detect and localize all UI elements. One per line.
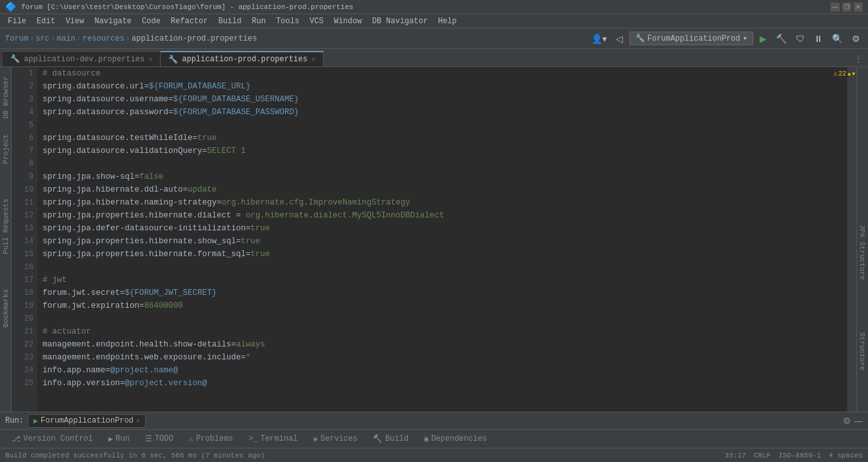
line-number-6: 6 — [15, 132, 34, 145]
menu-item-file[interactable]: File — [3, 15, 32, 27]
breadcrumb-file[interactable]: application-prod.properties — [132, 34, 257, 43]
bottom-bar-right: ⚙ — — [843, 416, 863, 426]
code-line-25[interactable]: info.app.version=@project.version@ — [43, 377, 842, 390]
line-number-10: 10 — [15, 183, 34, 196]
code-line-11[interactable]: spring.jpa.hibernate.naming-strategy=org… — [43, 196, 842, 209]
minimize-button[interactable]: — — [831, 3, 840, 12]
window-controls[interactable]: — ❐ ✕ — [831, 3, 863, 12]
settings-button[interactable]: ⚙ — [849, 32, 863, 45]
code-line-2[interactable]: spring.datasource.url=${FORUM_DATABASE_U… — [43, 80, 842, 93]
code-line-14[interactable]: spring.jpa.properties.hibernate.show_sql… — [43, 235, 842, 248]
code-line-15[interactable]: spring.jpa.properties.hibernate.format_s… — [43, 248, 842, 261]
code-line-10[interactable]: spring.jpa.hibernate.ddl-auto=update — [43, 183, 842, 196]
menu-bar: FileEditViewNavigateCodeRefactorBuildRun… — [0, 14, 868, 28]
code-line-9[interactable]: spring.jpa.show-sql=false — [43, 170, 842, 183]
project-panel[interactable]: Project — [1, 132, 11, 166]
menu-item-navigate[interactable]: Navigate — [89, 15, 137, 27]
menu-item-edit[interactable]: Edit — [32, 15, 61, 27]
menu-item-window[interactable]: Window — [329, 15, 367, 27]
menu-item-build[interactable]: Build — [213, 15, 246, 27]
code-line-1[interactable]: # datasource — [43, 67, 842, 80]
code-area[interactable]: # datasourcespring.datasource.url=${FORU… — [37, 67, 847, 412]
code-line-19[interactable]: forum.jwt.expiration=86400000 — [43, 299, 842, 312]
breadcrumb-resources[interactable]: resources — [83, 34, 124, 43]
menu-item-vcs[interactable]: VCS — [304, 15, 329, 27]
tab-dev-close[interactable]: ✕ — [148, 55, 152, 63]
line-number-17: 17 — [15, 274, 34, 286]
code-line-24[interactable]: info.app.name=@project.name@ — [43, 364, 842, 377]
pull-requests-panel[interactable]: Pull Requests — [1, 196, 11, 257]
line-number-8: 8 — [15, 157, 34, 170]
menu-item-run[interactable]: Run — [246, 15, 271, 27]
user-icon-button[interactable]: 👤▾ — [589, 32, 609, 45]
code-line-18[interactable]: forum.jwt.secret=${FORUM_JWT_SECRET} — [43, 286, 842, 299]
bottom-tab-problems[interactable]: ⚠Problems — [182, 432, 240, 446]
tab-more-button[interactable]: ⋮ — [851, 51, 865, 66]
code-line-13[interactable]: spring.jpa.defer-datasource-initializati… — [43, 222, 842, 235]
bottom-minimize-button[interactable]: — — [854, 416, 863, 426]
run-tab-close[interactable]: ✕ — [136, 417, 140, 425]
status-line-ending[interactable]: CRLF — [754, 452, 771, 459]
status-position[interactable]: 33:17 — [725, 452, 746, 459]
tab-dev-properties[interactable]: 🔧 application-dev.properties ✕ — [3, 51, 161, 66]
bottom-tab-icon-3: ⚠ — [189, 434, 193, 444]
line-number-19: 19 — [15, 299, 34, 312]
run-tab[interactable]: ▶ ForumApplicationProd ✕ — [28, 414, 146, 428]
code-line-23[interactable]: management.endpoints.web.exposure.includ… — [43, 351, 842, 364]
code-line-21[interactable]: # actuator — [43, 325, 842, 338]
code-line-12[interactable]: spring.jpa.properties.hibernate.dialect … — [43, 209, 842, 222]
line-number-25: 25 — [15, 377, 34, 390]
code-line-7[interactable]: spring.datasource.validationQuery=SELECT… — [43, 145, 842, 157]
close-button[interactable]: ✕ — [854, 3, 863, 12]
menu-item-refactor[interactable]: Refactor — [166, 15, 213, 27]
warnings-indicator[interactable]: ⚠ 22 ▲ ▼ — [833, 70, 855, 77]
code-line-6[interactable]: spring.datasource.testWhileIdle=true — [43, 132, 842, 145]
code-line-3[interactable]: spring.datasource.username=${FORUM_DATAB… — [43, 93, 842, 106]
bottom-tab-todo[interactable]: ☰TODO — [139, 432, 180, 446]
bottom-tab-build[interactable]: 🔨Build — [366, 432, 415, 446]
debug-button[interactable]: ⏸ — [811, 32, 825, 45]
menu-item-tools[interactable]: Tools — [271, 15, 304, 27]
code-line-17[interactable]: # jwt — [43, 274, 842, 286]
search-everywhere-button[interactable]: 🔍 — [829, 32, 845, 45]
maximize-button[interactable]: ❐ — [842, 3, 851, 12]
code-line-8[interactable] — [43, 157, 842, 170]
jpa-structure-panel[interactable]: JPA Structure — [857, 222, 867, 283]
structure-panel[interactable]: Structure — [857, 330, 867, 373]
coverage-button[interactable]: 🛡 — [793, 32, 807, 45]
run-label: Run: — [5, 416, 24, 425]
menu-item-view[interactable]: View — [61, 15, 90, 27]
scroll-up-arrow[interactable]: ▲ — [847, 71, 851, 77]
breadcrumb-src[interactable]: src — [35, 34, 50, 43]
breadcrumb-main[interactable]: main — [57, 34, 75, 43]
back-button[interactable]: ◁ — [613, 32, 626, 45]
code-line-16[interactable] — [43, 261, 842, 274]
tab-bar: 🔧 application-dev.properties ✕ 🔧 applica… — [0, 49, 868, 67]
bottom-settings-button[interactable]: ⚙ — [843, 416, 851, 426]
breadcrumb-forum[interactable]: forum — [5, 34, 28, 43]
bottom-tab-version-control[interactable]: ⎇Version Control — [5, 432, 99, 446]
run-button[interactable]: ▶ — [757, 32, 769, 45]
code-line-5[interactable] — [43, 119, 842, 132]
build-button[interactable]: 🔨 — [773, 32, 789, 45]
menu-item-code[interactable]: Code — [137, 15, 166, 27]
bottom-tab-services[interactable]: ◈Services — [307, 432, 364, 446]
tab-prod-properties[interactable]: 🔧 application-prod.properties ✕ — [161, 51, 323, 66]
title-bar: 🔷 forum [C:\Users\testr\Desktop\CursosTi… — [0, 0, 868, 14]
toolbar: forum › src › main › resources › applica… — [0, 28, 868, 49]
bottom-tab-run[interactable]: ▶Run — [102, 432, 136, 446]
bottom-tab-terminal[interactable]: >_Terminal — [242, 432, 304, 445]
run-config-selector[interactable]: 🔧 ForumApplicationProd ▾ — [629, 32, 753, 45]
code-line-22[interactable]: management.endpoint.health.show-details=… — [43, 338, 842, 351]
bottom-tab-dependencies[interactable]: ◉Dependencies — [417, 432, 493, 446]
status-indent[interactable]: 4 spaces — [829, 452, 863, 459]
bookmarks-panel[interactable]: Bookmarks — [1, 286, 11, 330]
scroll-down-arrow[interactable]: ▼ — [852, 71, 855, 77]
menu-item-help[interactable]: Help — [433, 15, 462, 27]
db-browser-panel[interactable]: DB Browser — [1, 74, 11, 121]
menu-item-db navigator[interactable]: DB Navigator — [367, 15, 433, 27]
code-line-20[interactable] — [43, 312, 842, 325]
tab-prod-close[interactable]: ✕ — [311, 55, 315, 63]
code-line-4[interactable]: spring.datasource.password=${FORUM_DATAB… — [43, 106, 842, 119]
status-encoding[interactable]: ISO-8859-1 — [778, 452, 821, 459]
